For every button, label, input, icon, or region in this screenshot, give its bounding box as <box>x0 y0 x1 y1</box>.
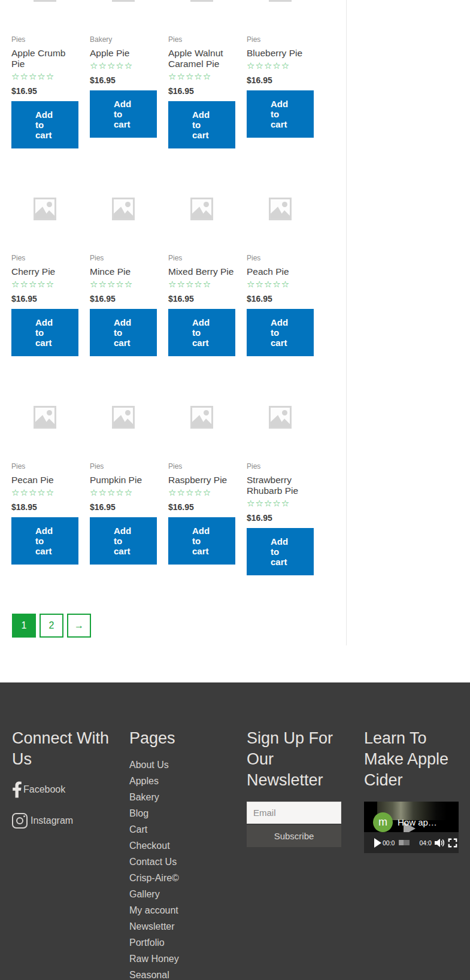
add-to-cart-button[interactable]: Add to cart <box>247 528 314 575</box>
product-title-link[interactable]: Raspberry Pie <box>168 475 235 486</box>
image-placeholder-icon <box>112 0 135 2</box>
footer-page-list-item: Crisp-Aire© <box>129 873 235 884</box>
pagination-current-page[interactable]: 1 <box>12 614 36 638</box>
product-title-link[interactable]: Pecan Pie <box>11 475 78 486</box>
product-price: $16.95 <box>247 512 314 523</box>
add-to-cart-button[interactable]: Add to cart <box>168 101 235 148</box>
footer-page-link[interactable]: About Us <box>129 760 169 770</box>
footer-page-link[interactable]: My account <box>129 905 178 915</box>
product-image-link[interactable] <box>168 406 235 429</box>
product-title-link[interactable]: Mixed Berry Pie <box>168 266 235 277</box>
product-image-link[interactable] <box>90 198 157 220</box>
video-controls-bar: 00:0 04:0 <box>364 832 459 853</box>
product-image-link[interactable] <box>11 406 78 429</box>
video-overlay-title[interactable]: How ap… <box>398 817 456 827</box>
facebook-icon <box>12 781 22 799</box>
product-image-link[interactable] <box>90 406 157 429</box>
product-category: Pies <box>11 253 78 263</box>
fullscreen-icon[interactable] <box>448 838 457 848</box>
add-to-cart-button[interactable]: Add to cart <box>168 517 235 565</box>
footer-page-link[interactable]: Contact Us <box>129 857 177 867</box>
footer-pages-column: Pages About Us Apples Bakery Blog Cart C… <box>129 682 235 980</box>
footer-page-link[interactable]: Apples <box>129 776 159 786</box>
mute-icon[interactable] <box>435 839 445 847</box>
product-image-link[interactable] <box>11 0 78 2</box>
add-to-cart-button[interactable]: Add to cart <box>247 309 314 356</box>
product-image-link[interactable] <box>168 198 235 220</box>
footer-page-link[interactable]: Newsletter <box>129 921 175 932</box>
product-title-link[interactable]: Mince Pie <box>90 266 157 277</box>
add-to-cart-button[interactable]: Add to cart <box>90 517 157 565</box>
add-to-cart-button[interactable]: Add to cart <box>90 309 157 356</box>
footer-page-link[interactable]: Cart <box>129 824 147 835</box>
product-card: Pies Raspberry Pie ☆☆☆☆☆ $16.95 Add to c… <box>168 406 235 575</box>
video-progress-bar[interactable] <box>399 840 410 845</box>
newsletter-email-input[interactable] <box>247 802 341 824</box>
image-placeholder-icon <box>190 198 213 220</box>
footer-pages-list: About Us Apples Bakery Blog Cart Checkou… <box>129 760 235 980</box>
placeholder-mountain-shape <box>35 414 54 427</box>
product-image-link[interactable] <box>90 0 157 2</box>
product-price: $18.95 <box>11 502 78 512</box>
instagram-icon <box>12 813 28 829</box>
pagination-next-arrow[interactable]: → <box>67 614 91 638</box>
product-title-link[interactable]: Strawberry Rhubarb Pie <box>247 475 314 496</box>
placeholder-sun-shape <box>282 202 287 207</box>
product-title-link[interactable]: Pumpkin Pie <box>90 475 157 486</box>
instagram-link[interactable]: Instagram <box>12 813 117 829</box>
product-price: $16.95 <box>168 86 235 96</box>
footer-page-link[interactable]: Seasonal <box>129 970 169 980</box>
footer-page-link[interactable]: Bakery <box>129 792 159 802</box>
footer-newsletter-column: Sign Up For Our Newsletter Subscribe <box>247 682 352 847</box>
footer-page-link[interactable]: Raw Honey <box>129 954 179 964</box>
product-image-link[interactable] <box>168 0 235 2</box>
footer-page-link[interactable]: Blog <box>129 808 148 818</box>
footer-page-list-item: Bakery <box>129 792 235 803</box>
instagram-label: Instagram <box>31 815 73 826</box>
facebook-label: Facebook <box>23 784 65 795</box>
product-card: Pies Blueberry Pie ☆☆☆☆☆ $16.95 Add to c… <box>247 0 314 148</box>
play-button-icon[interactable] <box>374 838 381 848</box>
product-title-link[interactable]: Blueberry Pie <box>247 48 314 59</box>
product-image-link[interactable] <box>247 406 314 429</box>
product-title-link[interactable]: Peach Pie <box>247 266 314 277</box>
product-card: Pies Peach Pie ☆☆☆☆☆ $16.95 Add to cart <box>247 198 314 356</box>
product-row-2: Pies Cherry Pie ☆☆☆☆☆ $16.95 Add to cart… <box>0 198 314 356</box>
footer-page-link[interactable]: Gallery <box>129 889 160 899</box>
product-image-link[interactable] <box>247 198 314 220</box>
add-to-cart-button[interactable]: Add to cart <box>168 309 235 356</box>
add-to-cart-button[interactable]: Add to cart <box>11 309 78 356</box>
add-to-cart-button[interactable]: Add to cart <box>11 517 78 565</box>
video-player[interactable]: m How ap… 00:0 04:0 <box>364 802 459 853</box>
footer-page-link[interactable]: Crisp-Aire© <box>129 873 179 883</box>
product-title-link[interactable]: Apple Pie <box>90 48 157 59</box>
star-rating: ☆☆☆☆☆ <box>90 61 157 71</box>
product-price: $16.95 <box>247 293 314 304</box>
product-price: $16.95 <box>90 502 157 512</box>
image-placeholder-icon <box>190 406 213 429</box>
subscribe-button[interactable]: Subscribe <box>247 825 341 847</box>
placeholder-sun-shape <box>204 202 209 207</box>
add-to-cart-button[interactable]: Add to cart <box>247 90 314 138</box>
product-category: Pies <box>168 462 235 472</box>
product-card: Pies Apple Crumb Pie ☆☆☆☆☆ $16.95 Add to… <box>11 0 78 148</box>
pagination-page-2[interactable]: 2 <box>40 614 63 638</box>
add-to-cart-button[interactable]: Add to cart <box>11 101 78 148</box>
product-image-link[interactable] <box>11 198 78 220</box>
placeholder-sun-shape <box>204 410 209 415</box>
product-title-link[interactable]: Apple Crumb Pie <box>11 48 78 69</box>
product-card: Pies Cherry Pie ☆☆☆☆☆ $16.95 Add to cart <box>11 198 78 356</box>
channel-avatar[interactable]: m <box>373 812 393 832</box>
star-rating: ☆☆☆☆☆ <box>168 488 235 497</box>
product-title-link[interactable]: Apple Walnut Caramel Pie <box>168 48 235 69</box>
placeholder-sun-shape <box>47 410 52 415</box>
product-title-link[interactable]: Cherry Pie <box>11 266 78 277</box>
product-category: Pies <box>168 253 235 263</box>
footer-page-link[interactable]: Checkout <box>129 841 170 851</box>
facebook-link[interactable]: Facebook <box>12 781 117 799</box>
add-to-cart-button[interactable]: Add to cart <box>90 90 157 138</box>
footer-page-list-item: Portfolio <box>129 937 235 948</box>
product-image-link[interactable] <box>247 0 314 2</box>
video-current-time: 00:0 <box>383 839 395 846</box>
footer-page-link[interactable]: Portfolio <box>129 937 165 948</box>
